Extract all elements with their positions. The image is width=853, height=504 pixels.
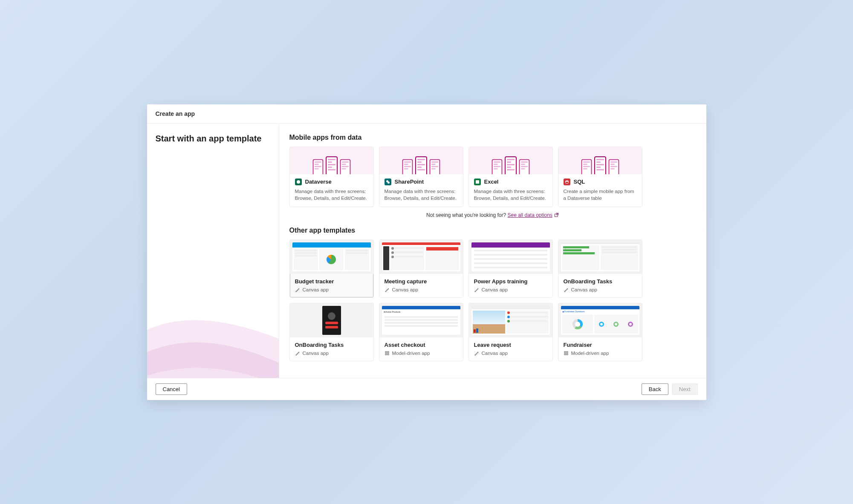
svg-rect-9	[387, 354, 389, 355]
template-thumbnail	[379, 240, 463, 274]
svg-rect-8	[385, 354, 387, 355]
template-thumbnail: ◉ Fundraiser Donations	[558, 303, 642, 337]
card-thumbnail	[290, 147, 373, 174]
canvas-app-icon	[564, 287, 569, 292]
template-thumbnail	[290, 240, 373, 274]
svg-rect-6	[385, 351, 387, 353]
canvas-app-icon	[295, 351, 300, 356]
template-card-budget-tracker[interactable]: Budget tracker Canvas app	[289, 239, 374, 298]
data-source-card-excel[interactable]: Excel Manage data with three screens: Br…	[468, 147, 553, 207]
template-name: OnBoarding Tasks	[295, 342, 368, 348]
main-content: Mobile apps from data Dataverse	[279, 124, 706, 378]
model-driven-app-icon	[385, 351, 390, 356]
canvas-app-icon	[474, 351, 479, 356]
sidebar-title: Start with an app template	[156, 134, 270, 144]
see-all-prefix: Not seeing what you're looking for?	[426, 212, 507, 218]
see-all-link-text: See all data options	[507, 212, 552, 218]
svg-rect-12	[564, 354, 566, 355]
external-link-icon	[554, 213, 559, 217]
dialog-body: Start with an app template Mobile apps f…	[147, 124, 706, 378]
template-name: Fundraiser	[564, 342, 637, 348]
template-thumbnail	[469, 240, 552, 274]
template-kind-label: Canvas app	[482, 287, 508, 292]
canvas-app-icon	[385, 287, 390, 292]
svg-point-2	[387, 181, 390, 184]
template-name: Budget tracker	[295, 278, 368, 285]
template-card-power-apps-training[interactable]: Power Apps training Canvas app	[468, 239, 553, 298]
template-kind-label: Canvas app	[392, 287, 418, 292]
card-description: Create a simple mobile app from a Datave…	[564, 188, 637, 202]
section-mobile-title: Mobile apps from data	[289, 134, 696, 141]
svg-rect-3	[476, 180, 479, 184]
svg-point-0	[297, 180, 300, 184]
template-kind-label: Canvas app	[571, 287, 597, 292]
template-name: Leave request	[474, 342, 547, 348]
other-templates-grid: Budget tracker Canvas app	[289, 239, 696, 361]
template-kind-label: Model-driven app	[571, 351, 609, 356]
dialog-title: Create an app	[156, 110, 195, 117]
section-other-title: Other app templates	[289, 227, 696, 234]
template-thumbnail	[469, 303, 552, 337]
data-source-card-sql[interactable]: SQL Create a simple mobile app from a Da…	[558, 147, 642, 207]
template-kind-label: Model-driven app	[392, 351, 430, 356]
svg-rect-11	[567, 351, 568, 353]
mobile-cards-grid: Dataverse Manage data with three screens…	[289, 147, 696, 207]
template-name: Power Apps training	[474, 278, 547, 285]
see-all-data-options-link[interactable]: See all data options	[507, 212, 558, 218]
svg-point-4	[565, 180, 568, 181]
dataverse-icon	[295, 179, 302, 185]
cancel-button[interactable]: Cancel	[156, 383, 187, 395]
template-name: Asset checkout	[385, 342, 458, 348]
app-window: Create an app Start with an app template…	[147, 104, 706, 400]
card-description: Manage data with three screens: Browse, …	[385, 188, 458, 202]
dialog-header: Create an app	[147, 104, 706, 124]
card-thumbnail	[379, 147, 463, 174]
card-name: Dataverse	[305, 179, 332, 185]
svg-rect-13	[567, 354, 568, 355]
card-description: Manage data with three screens: Browse, …	[295, 188, 368, 202]
template-card-leave-request[interactable]: Leave request Canvas app	[468, 303, 553, 361]
template-card-meeting-capture[interactable]: Meeting capture Canvas app	[379, 239, 463, 298]
canvas-app-icon	[474, 287, 479, 292]
svg-rect-7	[387, 351, 389, 353]
model-driven-app-icon	[564, 351, 569, 356]
card-description: Manage data with three screens: Browse, …	[474, 188, 547, 202]
excel-icon	[474, 179, 481, 185]
back-button[interactable]: Back	[642, 383, 668, 395]
template-card-fundraiser[interactable]: ◉ Fundraiser Donations	[558, 303, 642, 361]
see-all-row: Not seeing what you're looking for? See …	[289, 212, 696, 218]
card-name: Excel	[484, 179, 499, 185]
sidebar: Start with an app template	[147, 124, 279, 378]
data-source-card-sharepoint[interactable]: SharePoint Manage data with three screen…	[379, 147, 463, 207]
template-thumbnail: ⊞ Active Products	[379, 303, 463, 337]
template-kind-label: Canvas app	[303, 351, 329, 356]
sharepoint-icon	[385, 179, 391, 185]
svg-rect-10	[564, 351, 566, 353]
decorative-swoosh	[147, 263, 279, 378]
template-name: Meeting capture	[385, 278, 458, 285]
dialog-footer: Cancel Back Next	[147, 378, 706, 400]
canvas-app-icon	[295, 287, 300, 292]
sql-icon	[564, 179, 570, 185]
template-card-onboarding-tasks-mobile[interactable]: OnBoarding Tasks Canvas app	[289, 303, 374, 361]
template-thumbnail	[558, 240, 642, 274]
card-name: SharePoint	[395, 179, 424, 185]
template-kind-label: Canvas app	[303, 287, 329, 292]
template-thumbnail	[290, 303, 373, 337]
card-name: SQL	[574, 179, 585, 185]
data-source-card-dataverse[interactable]: Dataverse Manage data with three screens…	[289, 147, 374, 207]
template-card-asset-checkout[interactable]: ⊞ Active Products Asset checkout Model-d…	[379, 303, 463, 361]
template-name: OnBoarding Tasks	[564, 278, 637, 285]
card-thumbnail	[558, 147, 642, 174]
card-thumbnail	[469, 147, 552, 174]
template-card-onboarding-tasks[interactable]: OnBoarding Tasks Canvas app	[558, 239, 642, 298]
next-button[interactable]: Next	[672, 383, 698, 395]
template-kind-label: Canvas app	[482, 351, 508, 356]
